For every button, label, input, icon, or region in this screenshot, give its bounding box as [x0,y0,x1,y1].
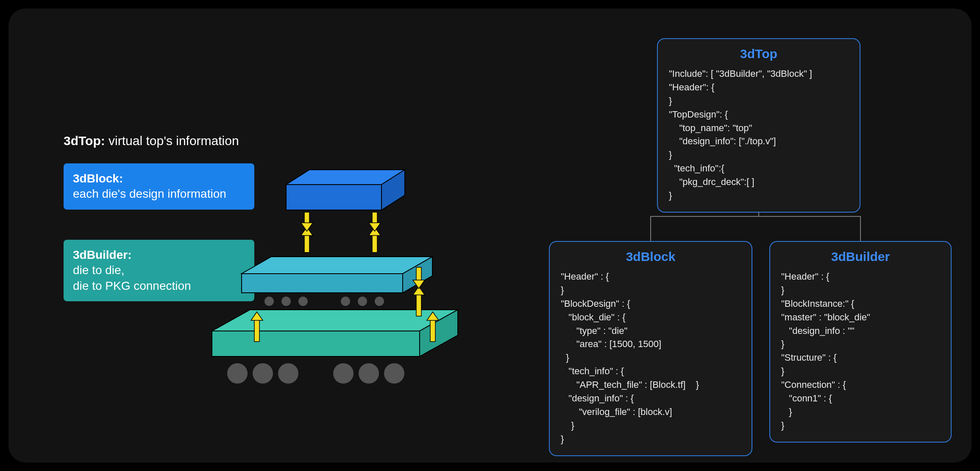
svg-rect-35 [430,318,435,342]
svg-marker-7 [212,331,420,356]
svg-point-1 [253,363,273,384]
die-top [286,170,405,210]
arrow-down-icon [301,212,313,231]
label-3dbuilder-desc1: die to die, [73,264,124,277]
json-body-3dblock: "Header" : { } "BlockDesign" : { "block_… [561,270,741,446]
svg-point-9 [264,297,274,306]
arrow-down-icon [369,212,381,231]
svg-point-12 [341,297,350,306]
solder-balls [227,363,404,384]
svg-point-10 [281,297,291,306]
svg-marker-16 [242,274,403,293]
svg-marker-24 [301,223,313,231]
svg-rect-25 [372,233,377,252]
svg-rect-29 [254,318,259,342]
svg-point-13 [358,297,367,306]
json-title-3dblock: 3dBlock [561,250,741,264]
svg-point-0 [227,363,248,384]
diagram-canvas: 3dTop: virtual top's information 3dBlock… [8,8,972,463]
json-body-3dtop: "Include": [ "3dBuilder", "3dBlock" ] "H… [669,67,849,202]
svg-point-2 [278,363,298,384]
micro-bumps [264,297,384,306]
svg-rect-21 [304,233,309,252]
svg-marker-15 [242,257,432,274]
stack-illustration [195,123,492,399]
json-title-3dtop: 3dTop [669,47,849,61]
label-3dtop-title: 3dTop: [64,134,105,148]
json-box-3dbuilder: 3dBuilder "Header" : { } "BlockInstance:… [769,241,952,443]
svg-point-11 [298,297,308,306]
json-body-3dbuilder: "Header" : { } "BlockInstance:" { "maste… [781,270,940,432]
die-middle [242,257,432,293]
svg-marker-28 [369,223,381,231]
svg-point-14 [375,297,384,306]
svg-point-5 [384,363,404,384]
svg-marker-19 [286,185,381,210]
svg-point-3 [333,363,354,384]
svg-rect-31 [416,293,421,316]
json-title-3dbuilder: 3dBuilder [781,250,940,264]
json-box-3dtop: 3dTop "Include": [ "3dBuilder", "3dBlock… [657,38,860,213]
json-box-3dblock: 3dBlock "Header" : { } "BlockDesign" : {… [549,241,752,456]
svg-point-4 [359,363,379,384]
die-bottom [212,310,458,356]
label-3dbuilder-desc2: die to PKG connection [73,279,191,292]
